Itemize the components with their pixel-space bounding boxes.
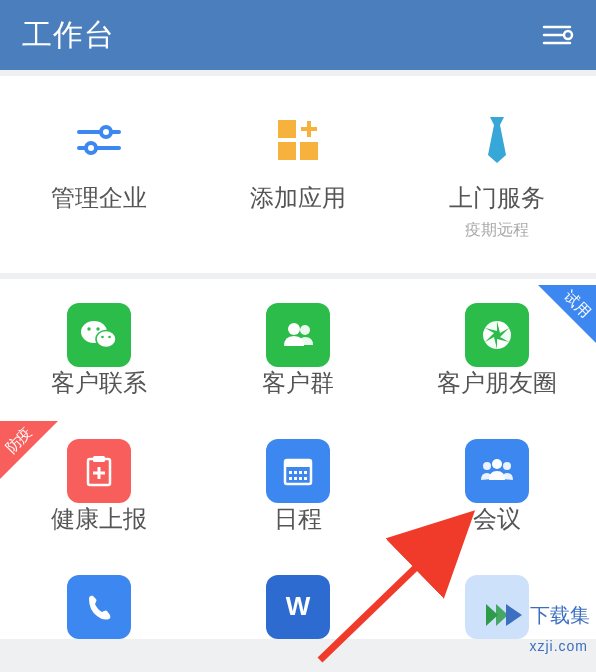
svg-point-7 [86,143,96,153]
svg-rect-8 [278,120,296,138]
workbench-header: 工作台 [0,0,596,70]
phone-cell[interactable] [0,557,199,639]
onsite-service-cell[interactable]: 上门服务 疫期远程 [397,94,596,263]
svg-rect-31 [289,477,292,480]
svg-point-16 [97,327,100,330]
customer-group-cell[interactable]: 客户群 [199,285,398,421]
svg-point-18 [109,336,112,339]
calendar-cell[interactable]: 日程 [199,421,398,557]
customer-moments-label: 客户朋友圈 [437,367,557,399]
wechat-icon [67,303,131,367]
wps-doc-cell[interactable]: W [199,557,398,639]
people-icon [465,439,529,503]
svg-rect-26 [285,460,311,467]
admin-section: 管理企业 添加应用 上门服务 疫期远程 [0,76,596,273]
health-report-label: 健康上报 [51,503,147,535]
svg-point-19 [288,323,300,335]
add-app-cell[interactable]: 添加应用 [199,94,398,263]
customer-moments-cell[interactable]: 试用 客户朋友圈 [397,285,596,421]
manage-enterprise-cell[interactable]: 管理企业 [0,94,199,263]
phone-icon [67,575,131,639]
add-app-icon [263,112,333,168]
svg-text:W: W [286,591,311,621]
sliders-icon [64,112,134,168]
header-title: 工作台 [22,15,115,56]
customer-contact-label: 客户联系 [51,367,147,399]
svg-point-20 [300,325,310,335]
svg-point-17 [102,336,105,339]
customer-contact-cell[interactable]: 客户联系 [0,285,199,421]
app-cell-bottom-right[interactable] [397,557,596,639]
svg-rect-9 [278,142,296,160]
add-app-label: 添加应用 [250,182,346,214]
tie-icon [462,112,532,168]
svg-rect-33 [299,477,302,480]
svg-rect-32 [294,477,297,480]
svg-point-36 [483,462,491,470]
health-report-cell[interactable]: 防疫 健康上报 [0,421,199,557]
calendar-label: 日程 [274,503,322,535]
svg-point-37 [503,462,511,470]
meeting-cell[interactable]: 会议 [397,421,596,557]
onsite-service-sublabel: 疫期远程 [465,220,529,241]
customer-group-label: 客户群 [262,367,334,399]
svg-point-35 [492,459,502,469]
meeting-label: 会议 [473,503,521,535]
svg-point-15 [88,327,91,330]
apps-section: 客户联系 客户群 试用 [0,279,596,639]
svg-rect-22 [93,456,105,462]
svg-point-3 [564,31,572,39]
aperture-icon [465,303,529,367]
svg-rect-34 [304,477,307,480]
w-doc-icon: W [266,575,330,639]
svg-rect-10 [300,142,318,160]
svg-point-14 [96,331,116,348]
calendar-icon [266,439,330,503]
onsite-service-label: 上门服务 [449,182,545,214]
svg-rect-29 [299,471,302,474]
settings-list-icon[interactable] [540,18,574,52]
manage-enterprise-label: 管理企业 [51,182,147,214]
svg-rect-28 [294,471,297,474]
group-icon [266,303,330,367]
watermark-sub: xzji.com [529,638,588,654]
svg-rect-27 [289,471,292,474]
app-icon-placeholder [465,575,529,639]
svg-rect-30 [304,471,307,474]
svg-point-5 [101,127,111,137]
clipboard-plus-icon [67,439,131,503]
